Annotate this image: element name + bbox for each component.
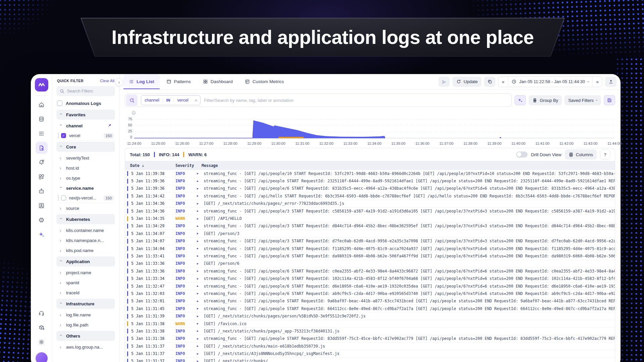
ai-robot-icon[interactable] [36,185,48,197]
expand-arrow-icon[interactable]: ▶ [197,360,204,362]
table-row[interactable]: 5 Jan 11:31:38WARN▶[GET] /favicon.ico [125,320,615,327]
tab-patterns[interactable]: Patterns [161,74,196,89]
anomalous-logs-row[interactable]: Anomalous Logs [57,101,114,106]
home-icon[interactable] [36,99,48,111]
expand-arrow-icon[interactable]: ▶ [197,285,204,288]
ai-sparkles-button[interactable] [515,95,526,105]
expand-arrow-icon[interactable]: ▶ [197,180,204,183]
filter-item-severitytext[interactable]: ›severityText [56,153,115,163]
table-row[interactable]: 5 Jan 11:31:37INFO▶[GET] /_next/static/c… [125,343,615,350]
table-row[interactable]: 5 Jan 11:31:38INFO▶[GET] /_next/static/c… [125,327,615,335]
table-row[interactable]: 5 Jan 11:34:29INFO▶streaming_func - [GET… [125,223,615,230]
expand-arrow-icon[interactable]: ▶ [197,194,204,197]
filter-item-channel[interactable]: ›channel [56,121,115,131]
filter-item-k8s-container-name[interactable]: ›k8s.container.name [56,225,115,235]
column-date[interactable]: Date ↓ [125,163,175,168]
saved-filters-dropdown[interactable]: Saved Filters › [565,95,601,105]
anomalous-checkbox[interactable] [57,101,62,106]
table-row[interactable]: 5 Jan 11:32:03INFO▶streaming_func - [GET… [125,290,615,297]
table-row[interactable]: 5 Jan 11:39:38INFO▶streaming_func - [GET… [125,170,615,177]
checkbox-unchecked[interactable] [61,195,66,200]
alert-bell-icon[interactable] [36,156,48,168]
expand-arrow-icon[interactable]: ▶ [197,209,204,213]
time-range-selector[interactable]: Jan 05 11:22:58 - Jan 05 11:44:30 › [508,77,592,87]
filter-item-project-name[interactable]: ›project.name [56,267,115,278]
table-row[interactable]: 5 Jan 11:34:36INFO▶streaming_func - [GET… [125,207,615,215]
info-icon[interactable] [131,110,614,116]
filter-item-service-name[interactable]: ›service.name [56,183,115,193]
expand-arrow-icon[interactable]: ▶ [197,240,204,243]
table-row[interactable]: 5 Jan 11:34:42INFO▶streaming_func - [GET… [125,192,615,200]
clear-all-link[interactable]: Clear All [100,79,114,83]
table-row[interactable]: 5 Jan 11:33:36INFO▶[GET] /person/6 [125,260,615,267]
expand-arrow-icon[interactable]: ▶ [197,225,204,228]
chip-close-icon[interactable]: × [192,98,201,103]
middleware-logo[interactable] [35,78,48,92]
table-row[interactable]: 5 Jan 11:33:36INFO▶streaming_func - [GET… [125,267,615,275]
expand-arrow-icon[interactable]: ▶ [197,247,204,250]
filter-item-spanid[interactable]: ›spanId [56,278,115,288]
logs-document-icon[interactable] [36,142,48,154]
expand-arrow-icon[interactable]: ▶ [197,172,204,175]
integrations-cube-icon[interactable] [36,321,48,334]
tab-log-list[interactable]: Log List [123,74,160,89]
user-avatar[interactable] [36,352,48,362]
expand-arrow-icon[interactable]: ▶ [197,352,204,355]
table-row[interactable]: 5 Jan 11:34:07INFO▶streaming_func - [GET… [125,238,615,245]
table-row[interactable]: 5 Jan 11:31:38INFO▶streaming_func - [GET… [125,335,615,343]
table-row[interactable]: 5 Jan 11:31:37INFO▶[GET] /_next/static/c… [125,358,615,362]
column-severity[interactable]: Severity [175,163,202,168]
ai-sparkle-icon[interactable] [36,228,48,240]
collapse-panel-button[interactable]: ‹ [115,78,123,86]
expand-arrow-icon[interactable]: ▶ [197,232,204,235]
filter-item-traceid[interactable]: ›traceId [56,288,115,298]
filter-section-favorites[interactable]: ›Favorites [56,110,115,120]
column-message[interactable]: Message [202,163,615,168]
table-row[interactable]: 5 Jan 11:31:37INFO▶[GET] /_next/static/A… [125,350,615,357]
filter-section-application[interactable]: ›Application [56,256,115,266]
help-button[interactable]: ? [600,149,610,160]
time-forward-button[interactable]: » [593,77,602,87]
table-row[interactable]: 5 Jan 11:33:41INFO▶streaming_func - [GET… [125,252,615,260]
expand-arrow-icon[interactable]: ▶ [197,292,204,295]
settings-gear-icon[interactable] [36,336,48,348]
user-session-icon[interactable] [36,199,48,212]
table-row[interactable]: 5 Jan 11:39:36INFO▶streaming_func - [GET… [125,177,615,185]
filter-chip-channel-in-vercel[interactable]: channel IN vercel × [141,95,201,105]
expand-arrow-icon[interactable]: ▶ [197,217,204,220]
expand-arrow-icon[interactable]: ▶ [197,202,204,205]
expand-arrow-icon[interactable]: ▶ [197,300,204,303]
list-lines-icon[interactable] [36,127,48,139]
filter-item-host-id[interactable]: ›host.id [56,163,115,173]
expand-arrow-icon[interactable]: ▶ [197,269,204,273]
expand-arrow-icon[interactable]: ▶ [197,277,204,280]
filter-value-vercel[interactable]: ✓vercel150 [59,131,115,141]
tab-custom-metrics[interactable]: Custom Metrics [239,74,289,89]
group-by-button[interactable]: Group By [529,95,562,105]
filter-item-log-file-path[interactable]: ›log.file.path [56,320,115,330]
filter-item-aws-log-group-na-[interactable]: ›aws.log.group.na... [56,342,115,352]
filter-section-kubernetes[interactable]: ›Kubernetes [56,214,115,224]
drill-down-toggle[interactable] [516,152,528,158]
table-row[interactable]: 5 Jan 11:32:47INFO▶streaming_func - [GET… [125,283,615,290]
live-play-button[interactable]: ▶ [438,77,450,87]
cloud-database-icon[interactable] [36,113,48,125]
filter-item-k8s-namespace-n-[interactable]: ›k8s.namespace.n... [56,235,115,245]
columns-button[interactable]: Columns [565,149,597,160]
filter-item-source[interactable]: ›source [56,203,115,213]
table-row[interactable]: 5 Jan 11:34:04INFO▶streaming_func - [GET… [125,245,615,252]
filter-item-os-type[interactable]: ›os.type [56,173,115,183]
table-row[interactable]: 5 Jan 11:34:07INFO▶[GET] /person/3 [125,230,615,237]
table-row[interactable]: 5 Jan 11:31:45INFO▶streaming_func - [GET… [125,305,615,312]
expand-arrow-icon[interactable]: ▶ [197,262,204,265]
dashboard-add-icon[interactable] [36,171,48,183]
time-back-button[interactable]: « [498,77,508,87]
expand-arrow-icon[interactable]: ▶ [197,307,204,310]
expand-arrow-icon[interactable]: ▶ [197,337,204,340]
table-row[interactable]: 5 Jan 11:34:36INFO▶[GET] /_next/static/c… [125,200,615,207]
expand-arrow-icon[interactable]: ▶ [197,329,204,333]
filter-section-others[interactable]: ›Others [56,331,115,341]
filter-search-input[interactable]: Search Filters [56,86,115,96]
table-row[interactable]: 5 Jan 11:34:35WARN▶[GET] /API/HELLO [125,215,615,222]
query-search-icon[interactable] [126,95,138,106]
